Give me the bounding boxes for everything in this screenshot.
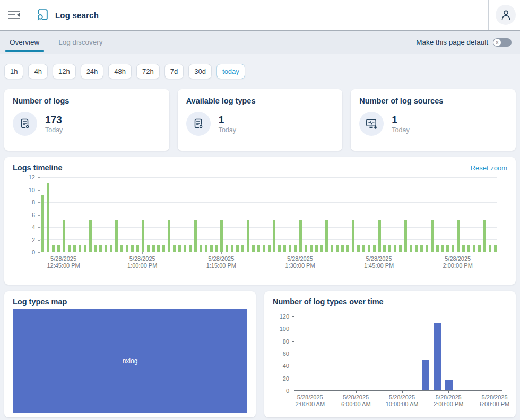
- bar: [294, 245, 297, 252]
- log-source-monitor-icon: [365, 118, 378, 130]
- bar: [357, 245, 360, 252]
- bar: [241, 245, 244, 252]
- app-window: Log search Overview Log discovery Make t…: [0, 0, 520, 420]
- treemap-node-label: nxlog: [123, 357, 138, 365]
- bar: [331, 245, 333, 252]
- plot-area[interactable]: [40, 177, 497, 252]
- bar: [441, 245, 444, 252]
- bar: [120, 245, 123, 252]
- x-tick-label: 5/28/20252:00:00 AM: [295, 394, 325, 408]
- range-button-1h[interactable]: 1h: [4, 64, 23, 79]
- y-tick-label: 10: [13, 187, 35, 194]
- user-avatar-button[interactable]: [496, 5, 516, 25]
- log-type-check-icon: [193, 118, 204, 130]
- bar: [105, 245, 107, 252]
- x-tick-label: 5/28/20252:00:00 PM: [443, 255, 473, 269]
- bar: [252, 245, 255, 252]
- sidebar-collapse-button[interactable]: [0, 0, 29, 30]
- bar: [47, 183, 49, 252]
- bar: [136, 245, 139, 252]
- bar: [383, 245, 386, 252]
- bar: [373, 245, 376, 252]
- range-button-48h[interactable]: 48h: [108, 64, 132, 79]
- bar: [434, 323, 441, 390]
- log-types-map-title: Log types map: [13, 297, 247, 306]
- x-tick-label: 5/28/20251:00:00 PM: [127, 255, 157, 269]
- bar: [220, 220, 223, 252]
- make-default-control: Make this page default ×: [416, 38, 512, 47]
- y-tick-label: 6: [13, 212, 35, 219]
- toggle-knob: ×: [493, 39, 501, 46]
- bar: [168, 220, 170, 252]
- bar: [142, 220, 144, 252]
- range-button-30d[interactable]: 30d: [188, 64, 212, 79]
- stat-icon-circle: [359, 112, 384, 136]
- logs-timeline-chart[interactable]: 0246810125/28/202512:45:00 PM5/28/20251:…: [13, 172, 507, 276]
- bottom-card-row: Log types map nxlog Number of log types …: [4, 291, 516, 417]
- bar: [378, 220, 381, 252]
- bar: [115, 220, 118, 252]
- stat-title: Available log types: [186, 97, 334, 105]
- reset-zoom-link[interactable]: Reset zoom: [471, 164, 507, 172]
- x-tick-label: 5/28/20251:30:00 PM: [285, 255, 315, 269]
- bar: [94, 245, 97, 252]
- range-button-24h[interactable]: 24h: [81, 64, 104, 79]
- logs-timeline-card: Logs timeline Reset zoom 0246810125/28/2…: [4, 157, 516, 285]
- bar: [236, 245, 239, 252]
- bar: [263, 245, 265, 252]
- treemap-node-nxlog[interactable]: nxlog: [13, 309, 247, 413]
- tab-log-discovery[interactable]: Log discovery: [57, 31, 103, 54]
- bar: [41, 195, 44, 252]
- y-tick-label: 100: [273, 325, 289, 332]
- make-default-label: Make this page default: [416, 38, 488, 46]
- top-bar: Log search: [0, 0, 520, 31]
- y-tick-label: 120: [273, 313, 289, 320]
- time-range-bar: 1h 4h 12h 24h 48h 72h 7d 30d today: [4, 64, 516, 79]
- bar: [445, 380, 453, 390]
- log-search-icon: [36, 8, 49, 22]
- range-button-12h[interactable]: 12h: [53, 64, 76, 79]
- bar: [494, 245, 497, 252]
- stat-caption: Today: [392, 126, 409, 134]
- range-button-today[interactable]: today: [216, 64, 245, 79]
- bar: [257, 245, 260, 252]
- bar: [126, 245, 128, 252]
- bar: [362, 245, 365, 252]
- range-button-72h[interactable]: 72h: [136, 64, 160, 79]
- bar: [483, 220, 486, 252]
- bar: [320, 245, 323, 252]
- x-tick-label: 5/28/20256:00:00 AM: [341, 394, 371, 408]
- range-button-7d[interactable]: 7d: [164, 64, 184, 79]
- bar: [57, 245, 60, 252]
- bar: [489, 245, 491, 252]
- tab-overview[interactable]: Overview: [8, 31, 40, 54]
- x-tick-label: 5/28/202510:00:00 AM: [386, 394, 419, 408]
- y-tick-label: 2: [13, 237, 35, 244]
- bar: [446, 245, 449, 252]
- stat-value: 173: [45, 114, 63, 125]
- bar: [84, 245, 86, 252]
- bar: [278, 245, 281, 252]
- bar: [346, 245, 349, 252]
- bar: [205, 245, 207, 252]
- bar: [426, 245, 428, 252]
- stat-title: Number of logs: [13, 97, 161, 105]
- stat-value: 1: [219, 114, 236, 125]
- bar: [157, 245, 160, 252]
- y-tick-label: 4: [13, 224, 35, 231]
- header-divider-right: [488, 0, 489, 30]
- tab-log-discovery-label: Log discovery: [58, 38, 102, 46]
- stat-icon-circle: [186, 112, 211, 136]
- bar: [420, 245, 423, 252]
- bar: [404, 220, 407, 252]
- bar: [368, 245, 370, 252]
- bar: [305, 245, 307, 252]
- log-types-over-time-card: Number of log types over time 0204060801…: [264, 291, 516, 417]
- make-default-toggle[interactable]: ×: [493, 38, 512, 47]
- bar: [467, 245, 470, 252]
- bar: [352, 220, 354, 252]
- range-button-4h[interactable]: 4h: [28, 64, 47, 79]
- bar: [325, 220, 328, 252]
- bar: [184, 245, 186, 252]
- bar: [478, 245, 481, 252]
